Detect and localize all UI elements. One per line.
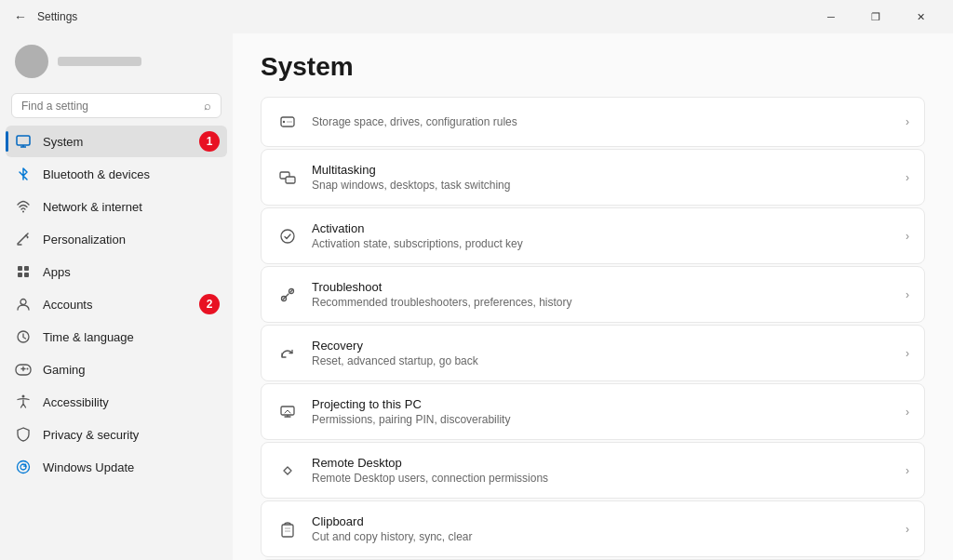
projecting-title: Projecting to this PC	[312, 397, 893, 411]
chevron-right-icon: ›	[906, 406, 909, 419]
apps-icon	[15, 263, 32, 280]
chevron-right-icon: ›	[906, 115, 909, 128]
sidebar-item-update[interactable]: Windows Update	[6, 451, 227, 483]
recovery-title: Recovery	[312, 339, 893, 353]
time-icon	[15, 328, 32, 345]
main-panel: System Storage space, drives, configurat…	[233, 33, 953, 560]
settings-item-text-recovery: Recovery Reset, advanced startup, go bac…	[312, 339, 893, 367]
chevron-right-icon: ›	[906, 464, 909, 477]
settings-item-projecting[interactable]: Projecting to this PC Permissions, pairi…	[261, 383, 925, 440]
settings-item-activation[interactable]: Activation Activation state, subscriptio…	[261, 207, 925, 264]
sidebar-item-label: Personalization	[43, 233, 126, 247]
settings-item-text-projecting: Projecting to this PC Permissions, pairi…	[312, 397, 893, 426]
settings-item-remote-desktop[interactable]: Remote Desktop Remote Desktop users, con…	[261, 442, 925, 499]
sidebar-search-box[interactable]: ⌕	[11, 93, 221, 118]
troubleshoot-desc: Recommended troubleshooters, preferences…	[312, 296, 893, 309]
chevron-right-icon: ›	[906, 523, 909, 536]
settings-item-text-troubleshoot: Troubleshoot Recommended troubleshooters…	[312, 280, 893, 309]
clipboard-title: Clipboard	[312, 514, 893, 528]
svg-rect-6	[18, 273, 22, 277]
svg-point-15	[18, 461, 30, 473]
sidebar-item-apps[interactable]: Apps	[6, 256, 227, 287]
update-icon	[15, 459, 32, 475]
activation-icon	[276, 225, 299, 247]
window-controls: ─ ❐ ✕	[810, 4, 942, 30]
settings-item-text-remote: Remote Desktop Remote Desktop users, con…	[312, 456, 893, 485]
sidebar-item-personalization[interactable]: Personalization	[6, 223, 227, 255]
projecting-icon	[276, 401, 299, 423]
svg-point-17	[283, 121, 285, 123]
sidebar-item-label: Gaming	[43, 363, 86, 377]
storage-icon	[276, 111, 299, 133]
minimize-button[interactable]: ─	[810, 4, 852, 30]
sidebar-item-accessibility[interactable]: Accessibility	[6, 386, 227, 418]
sidebar-item-label: System	[43, 135, 83, 149]
accessibility-icon	[15, 393, 32, 410]
sidebar-item-label: Accounts	[43, 298, 92, 312]
gaming-icon	[15, 361, 32, 378]
svg-point-8	[20, 300, 26, 305]
privacy-icon	[15, 426, 32, 443]
annotation-badge-2: 2	[199, 294, 220, 314]
avatar	[15, 45, 48, 78]
sidebar-profile	[0, 33, 233, 89]
annotation-badge-1: 1	[199, 131, 220, 152]
clipboard-desc: Cut and copy history, sync, clear	[312, 530, 893, 543]
network-icon	[15, 198, 32, 215]
sidebar-nav: System 1 Bluetooth & devices	[0, 126, 233, 483]
sidebar-item-accounts[interactable]: Accounts	[6, 288, 227, 320]
svg-rect-20	[286, 177, 295, 183]
accounts-icon	[15, 296, 32, 313]
sidebar-item-label: Bluetooth & devices	[43, 167, 150, 181]
sidebar-item-time[interactable]: Time & language	[6, 321, 227, 353]
troubleshoot-icon	[276, 284, 299, 306]
svg-rect-7	[24, 273, 29, 277]
remote-desc: Remote Desktop users, connection permiss…	[312, 472, 893, 485]
nav-item-system-wrapper: System 1	[6, 126, 227, 157]
sidebar-item-system[interactable]: System	[6, 126, 227, 157]
settings-item-text-activation: Activation Activation state, subscriptio…	[312, 221, 893, 250]
multitasking-title: Multitasking	[312, 163, 893, 177]
settings-item-storage[interactable]: Storage space, drives, configuration rul…	[261, 97, 925, 147]
svg-point-3	[22, 211, 24, 213]
profile-name	[58, 57, 141, 66]
settings-item-troubleshoot[interactable]: Troubleshoot Recommended troubleshooters…	[261, 266, 925, 323]
svg-point-13	[27, 367, 29, 369]
troubleshoot-title: Troubleshoot	[312, 280, 893, 294]
settings-item-recovery[interactable]: Recovery Reset, advanced startup, go bac…	[261, 325, 925, 381]
sidebar: ⌕ System 1	[0, 33, 233, 560]
nav-item-accounts-wrapper: Accounts 2	[6, 288, 227, 320]
settings-item-clipboard[interactable]: Clipboard Cut and copy history, sync, cl…	[261, 500, 925, 557]
sidebar-item-label: Network & internet	[43, 200, 142, 214]
back-button[interactable]: ←	[11, 7, 30, 26]
sidebar-item-label: Windows Update	[43, 460, 134, 474]
sidebar-item-label: Accessibility	[43, 395, 109, 409]
restore-button[interactable]: ❐	[854, 4, 897, 30]
chevron-right-icon: ›	[906, 347, 909, 360]
multitasking-icon	[276, 167, 299, 189]
settings-item-text-multitasking: Multitasking Snap windows, desktops, tas…	[312, 163, 893, 192]
activation-desc: Activation state, subscriptions, product…	[312, 237, 893, 250]
svg-rect-0	[17, 136, 30, 145]
chevron-right-icon: ›	[906, 288, 909, 301]
search-icon: ⌕	[204, 99, 211, 113]
recovery-desc: Reset, advanced startup, go back	[312, 354, 893, 367]
sidebar-item-label: Privacy & security	[43, 428, 139, 442]
settings-item-multitasking[interactable]: Multitasking Snap windows, desktops, tas…	[261, 149, 925, 206]
remote-title: Remote Desktop	[312, 456, 893, 470]
svg-point-14	[22, 395, 25, 398]
clipboard-icon	[276, 518, 299, 540]
svg-point-21	[281, 230, 294, 243]
sidebar-item-bluetooth[interactable]: Bluetooth & devices	[6, 158, 227, 190]
bluetooth-icon	[15, 166, 32, 182]
projecting-desc: Permissions, pairing PIN, discoverabilit…	[312, 413, 893, 426]
storage-desc: Storage space, drives, configuration rul…	[312, 115, 893, 128]
settings-list: Storage space, drives, configuration rul…	[261, 97, 925, 560]
app-title: Settings	[37, 10, 77, 23]
sidebar-item-privacy[interactable]: Privacy & security	[6, 419, 227, 450]
close-button[interactable]: ✕	[899, 4, 942, 30]
sidebar-item-network[interactable]: Network & internet	[6, 191, 227, 222]
sidebar-item-gaming[interactable]: Gaming	[6, 353, 227, 385]
svg-rect-5	[24, 266, 29, 271]
search-input[interactable]	[21, 100, 198, 113]
